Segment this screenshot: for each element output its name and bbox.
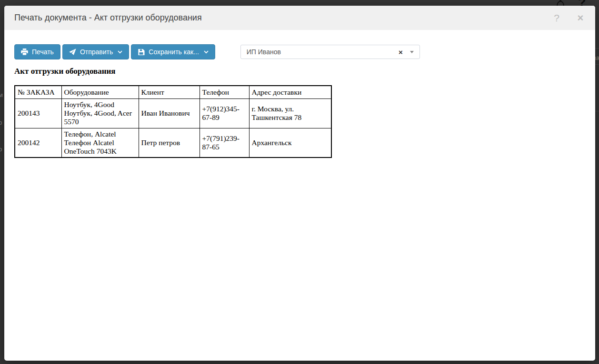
cell-order: 200143 xyxy=(15,98,61,128)
send-button[interactable]: Отправить xyxy=(62,44,129,59)
cell-order: 200142 xyxy=(15,128,61,157)
cell-address: Архангельск xyxy=(249,128,331,157)
dialog-title: Печать документа - Акт отгрузки оборудов… xyxy=(14,13,202,23)
backdrop-text-fragment: р xyxy=(0,146,2,153)
cell-phone: +7(791)239-87-65 xyxy=(200,128,249,157)
backdrop-text-fragment: р xyxy=(0,119,2,126)
col-header-equipment: Оборудование xyxy=(61,86,139,98)
backdrop-divider xyxy=(595,111,599,111)
printer-icon xyxy=(21,49,28,55)
cell-client: Петр петров xyxy=(139,128,200,157)
print-button[interactable]: Печать xyxy=(14,44,60,59)
close-button[interactable]: × xyxy=(573,6,588,30)
backdrop-text-fragment: м xyxy=(0,91,3,98)
backdrop-divider xyxy=(595,64,599,65)
cell-phone: +7(912)345-67-89 xyxy=(200,98,249,128)
cell-equipment: Телефон, Alcatel Телефон Alcatel OneTouc… xyxy=(61,128,139,157)
template-select[interactable]: ИП Иванов × xyxy=(240,45,420,59)
table-row: 200143 Ноутбук, 4Good Ноутбук, 4Good, Ac… xyxy=(15,98,331,128)
toolbar: Печать Отправить xyxy=(14,44,585,59)
print-button-label: Печать xyxy=(32,48,54,56)
save-as-button-label: Сохранить как... xyxy=(149,48,199,56)
paper-plane-icon xyxy=(69,49,76,55)
chevron-down-icon xyxy=(118,50,122,54)
caret-down-icon[interactable] xyxy=(410,51,414,53)
cell-equipment: Ноутбук, 4Good Ноутбук, 4Good, Acer 5570 xyxy=(61,98,139,128)
print-document-dialog: Печать документа - Акт отгрузки оборудов… xyxy=(4,6,595,361)
template-select-value: ИП Иванов xyxy=(247,48,281,56)
table-header-row: № ЗАКАЗА Оборудование Клиент Телефон Адр… xyxy=(15,86,331,98)
dialog-body: Печать Отправить xyxy=(4,30,595,158)
col-header-phone: Телефон xyxy=(200,86,249,98)
chevron-down-icon xyxy=(204,50,209,54)
clear-selection-icon[interactable]: × xyxy=(399,48,403,56)
shipment-table: № ЗАКАЗА Оборудование Клиент Телефон Адр… xyxy=(14,85,332,158)
document-title: Акт отгрузки оборудования xyxy=(14,67,585,76)
cell-address: г. Москва, ул. Ташкентская 78 xyxy=(249,98,331,128)
dialog-header: Печать документа - Акт отгрузки оборудов… xyxy=(4,6,595,30)
save-as-button[interactable]: Сохранить как... xyxy=(131,44,215,59)
backdrop-divider xyxy=(595,48,599,49)
screen: ? за м р р Печать документа - Акт отгруз… xyxy=(0,0,599,364)
col-header-order: № ЗАКАЗА xyxy=(15,86,61,98)
table-row: 200142 Телефон, Alcatel Телефон Alcatel … xyxy=(15,128,331,157)
col-header-client: Клиент xyxy=(139,86,200,98)
document-preview: Акт отгрузки оборудования № ЗАКАЗА Обору… xyxy=(14,67,585,158)
col-header-address: Адрес доставки xyxy=(249,86,331,98)
help-button[interactable]: ? xyxy=(549,6,564,30)
cell-client: Иван Иванович xyxy=(139,98,200,128)
floppy-disk-icon xyxy=(138,49,145,55)
send-button-label: Отправить xyxy=(80,48,113,56)
